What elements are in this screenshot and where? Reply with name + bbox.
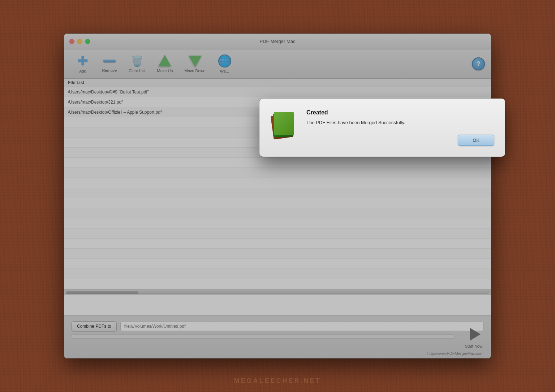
modal-message: The PDF Files have been Merged Successfu… — [306, 119, 494, 126]
modal-content: Created The PDF Files have been Merged S… — [270, 109, 494, 146]
pdf-stack-icon — [270, 109, 296, 138]
modal-ok-button[interactable]: OK — [458, 135, 494, 146]
modal-buttons: OK — [306, 135, 494, 146]
modal-dialog: Created The PDF Files have been Merged S… — [259, 99, 505, 157]
modal-overlay — [64, 34, 491, 358]
pdf-book-top — [274, 112, 294, 135]
modal-text-area: Created The PDF Files have been Merged S… — [306, 109, 494, 146]
watermark: MEGALEECHER.NET — [234, 377, 321, 385]
modal-icon — [270, 109, 299, 138]
app-window: PDF Merger Mac ✚ Add Remove 🗑️ Clear Lis… — [64, 34, 491, 358]
modal-title: Created — [306, 109, 494, 116]
